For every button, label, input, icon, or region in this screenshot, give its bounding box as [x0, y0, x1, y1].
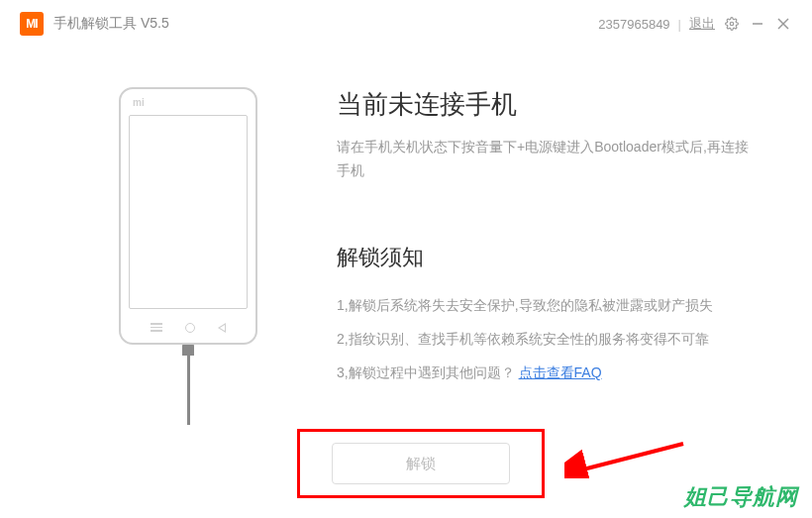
phone-brand: mi — [133, 97, 145, 108]
text-column: 当前未连接手机 请在手机关机状态下按音量下+电源键进入Bootloader模式后… — [277, 87, 753, 425]
content: mi 当前未连接手机 请在手机关机状态下按音量下+电源键进入Bootloader… — [0, 48, 812, 425]
svg-point-0 — [730, 22, 734, 26]
notice-item-2: 2,指纹识别、查找手机等依赖系统安全性的服务将变得不可靠 — [337, 328, 753, 350]
usb-cable-icon — [187, 356, 190, 425]
watermark: 姐己导航网 — [684, 482, 798, 512]
arrow-annotation — [564, 439, 693, 478]
notice-item-3-text: 3,解锁过程中遇到其他问题？ — [337, 364, 515, 380]
logo-text: MI — [26, 17, 37, 31]
divider: | — [678, 17, 681, 32]
home-icon — [185, 323, 195, 333]
minimize-icon[interactable] — [749, 15, 766, 33]
usb-plug-icon — [182, 344, 194, 356]
notice-item-3: 3,解锁过程中遇到其他问题？ 点击查看FAQ — [337, 362, 753, 383]
svg-line-5 — [579, 444, 683, 470]
highlight-box: 解锁 — [297, 429, 545, 498]
titlebar-right: 2357965849 | 退出 — [598, 15, 792, 33]
faq-link[interactable]: 点击查看FAQ — [519, 364, 602, 380]
menu-icon — [151, 323, 162, 333]
back-icon — [218, 323, 226, 333]
phone-outline: mi — [119, 87, 257, 345]
app-title: 手机解锁工具 V5.5 — [53, 15, 169, 33]
close-icon[interactable] — [774, 15, 792, 33]
notice-heading: 解锁须知 — [337, 243, 753, 272]
titlebar: MI 手机解锁工具 V5.5 2357965849 | 退出 — [0, 0, 812, 48]
unlock-button[interactable]: 解锁 — [332, 443, 510, 484]
user-id: 2357965849 — [598, 17, 669, 32]
phone-screen — [129, 115, 248, 309]
phone-nav-buttons — [121, 323, 255, 333]
notice-item-1: 1,解锁后系统将失去安全保护,导致您的隐私被泄露或财产损失 — [337, 294, 753, 316]
mi-logo: MI — [20, 12, 44, 36]
logout-link[interactable]: 退出 — [689, 15, 715, 33]
status-heading: 当前未连接手机 — [337, 87, 753, 122]
status-instruction: 请在手机关机状态下按音量下+电源键进入Bootloader模式后,再连接手机 — [337, 136, 753, 183]
settings-icon[interactable] — [723, 15, 741, 33]
phone-illustration: mi — [99, 87, 277, 425]
